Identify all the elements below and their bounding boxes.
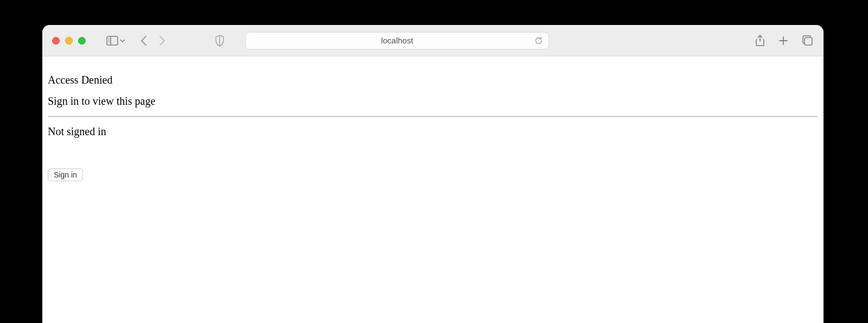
chevron-down-icon[interactable]	[119, 37, 126, 44]
reload-icon[interactable]	[534, 36, 543, 45]
sidebar-toggle-icon[interactable]	[106, 36, 118, 46]
share-icon[interactable]	[755, 35, 765, 47]
signin-prompt-text: Sign in to view this page	[48, 95, 818, 107]
maximize-window-button[interactable]	[78, 37, 86, 45]
divider	[48, 116, 818, 117]
auth-status-text: Not signed in	[48, 125, 818, 138]
minimize-window-button[interactable]	[65, 37, 73, 45]
sign-in-button[interactable]: Sign in	[48, 168, 83, 181]
page-content: Access Denied Sign in to view this page …	[42, 56, 824, 190]
new-tab-icon[interactable]	[778, 35, 789, 46]
browser-titlebar: localhost	[42, 25, 824, 56]
back-button[interactable]	[140, 35, 148, 46]
tab-overview-icon[interactable]	[802, 35, 814, 47]
svg-rect-0	[107, 36, 118, 45]
address-bar[interactable]: localhost	[245, 32, 549, 49]
svg-rect-8	[805, 37, 812, 45]
forward-button[interactable]	[158, 35, 166, 46]
close-window-button[interactable]	[52, 37, 60, 45]
address-text: localhost	[381, 36, 413, 45]
window-controls	[52, 37, 86, 45]
browser-window: localhost	[42, 25, 824, 323]
access-denied-heading: Access Denied	[48, 74, 818, 86]
privacy-shield-icon[interactable]	[215, 35, 225, 47]
